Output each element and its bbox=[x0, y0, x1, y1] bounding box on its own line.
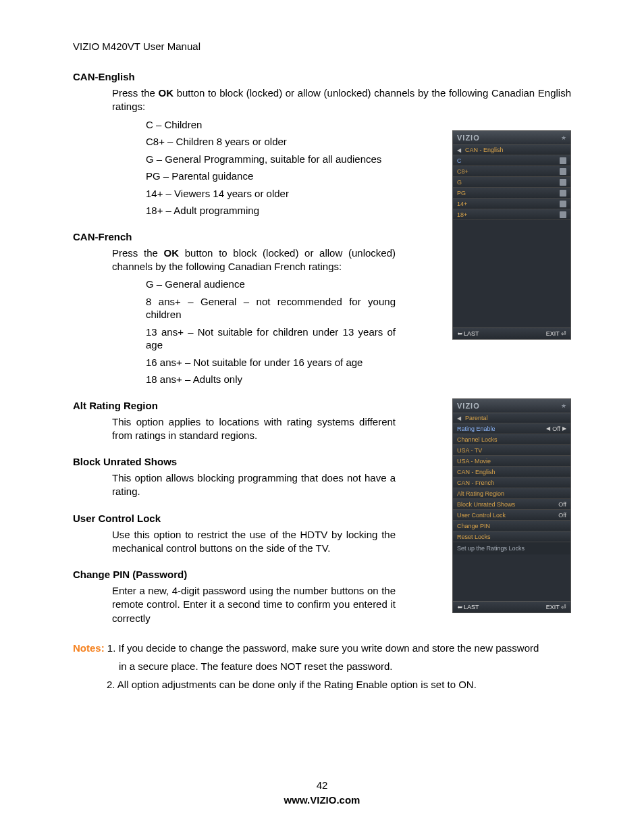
section-paragraph: This option applies to locations with ra… bbox=[112, 415, 396, 443]
star-icon: ★ bbox=[561, 134, 566, 141]
osd-exit: EXIT bbox=[546, 604, 560, 610]
osd-exit: EXIT bbox=[546, 330, 560, 337]
notes-text: 1. If you decide to change the password,… bbox=[105, 642, 539, 654]
list-item: 16 ans+ – Not suitable for under 16 year… bbox=[146, 356, 396, 369]
osd-row-label: Rating Enable bbox=[457, 425, 495, 432]
osd-row: Alt Rating Region bbox=[453, 488, 570, 499]
text: Press the bbox=[112, 87, 158, 99]
ok-label: OK bbox=[164, 247, 180, 259]
osd-parental: VIZIO ★ ◀ Parental Rating Enable◀Off▶ Ch… bbox=[452, 398, 571, 613]
osd-row-label: Reset Locks bbox=[457, 533, 491, 540]
osd-row-label: PG bbox=[457, 190, 466, 197]
osd-row-label: G bbox=[457, 179, 462, 186]
osd-body: C C8+ G PG 14+ 18+ bbox=[453, 155, 570, 220]
osd-row: USA - TV bbox=[453, 445, 570, 456]
osd-breadcrumb: ◀ Parental bbox=[453, 413, 570, 423]
osd-row-label: CAN - French bbox=[457, 479, 494, 486]
osd-row: PG bbox=[453, 188, 570, 199]
text: button to block (locked) or allow (unloc… bbox=[112, 87, 571, 112]
osd-row-label: 14+ bbox=[457, 201, 467, 207]
osd-row-label: Change PIN bbox=[457, 523, 490, 529]
osd-crumb-label: CAN - English bbox=[465, 147, 504, 153]
text: Press the bbox=[112, 247, 164, 259]
back-icon: ➥ bbox=[457, 604, 462, 610]
osd-row: G bbox=[453, 177, 570, 188]
arrow-left-icon: ◀ bbox=[546, 425, 550, 432]
lock-icon bbox=[560, 168, 566, 175]
osd-row: 14+ bbox=[453, 199, 570, 209]
list-item: 18 ans+ – Adults only bbox=[146, 373, 396, 386]
osd-row-label: Block Unrated Shows bbox=[457, 501, 515, 508]
vizio-logo: VIZIO bbox=[457, 402, 480, 410]
osd-row: Change PIN bbox=[453, 521, 570, 531]
osd-row: Rating Enable◀Off▶ bbox=[453, 423, 570, 434]
lock-icon bbox=[560, 190, 566, 197]
osd-row-value: Off bbox=[552, 425, 560, 432]
section-paragraph: Press the OK button to block (locked) or… bbox=[112, 246, 396, 274]
lock-icon bbox=[560, 179, 566, 186]
osd-row: Channel Locks bbox=[453, 434, 570, 445]
osd-row-label: C bbox=[457, 157, 462, 164]
osd-footer: ➥LAST EXIT ⏎ bbox=[453, 601, 570, 613]
osd-row-label: CAN - English bbox=[457, 469, 495, 475]
osd-breadcrumb: ◀ CAN - English bbox=[453, 145, 570, 155]
footer-url: www.VIZIO.com bbox=[0, 794, 644, 806]
osd-hint: Set up the Ratings Locks bbox=[453, 542, 570, 554]
osd-row: Reset Locks bbox=[453, 531, 570, 542]
list-item: C – Children bbox=[146, 118, 571, 132]
osd-row-value: Off bbox=[558, 512, 566, 519]
page-number: 42 bbox=[0, 779, 644, 791]
arrow-right-icon: ▶ bbox=[562, 425, 566, 432]
notes-text: in a secure place. The feature does NOT … bbox=[119, 657, 571, 675]
list-item: G – General audience bbox=[146, 278, 396, 291]
section-paragraph: This option allows blocking programming … bbox=[112, 471, 396, 499]
rating-list: G – General audience 8 ans+ – General – … bbox=[146, 278, 396, 386]
osd-titlebar: VIZIO ★ bbox=[453, 131, 570, 145]
arrow-left-icon: ◀ bbox=[457, 415, 461, 421]
osd-row: C bbox=[453, 155, 570, 166]
osd-row-label: Channel Locks bbox=[457, 436, 498, 443]
exit-icon: ⏎ bbox=[561, 604, 566, 610]
lock-icon bbox=[560, 157, 566, 164]
list-item: 13 ans+ – Not suitable for children unde… bbox=[146, 325, 396, 352]
osd-body: Rating Enable◀Off▶ Channel Locks USA - T… bbox=[453, 423, 570, 554]
osd-last: LAST bbox=[464, 330, 479, 337]
osd-titlebar: VIZIO ★ bbox=[453, 399, 570, 413]
osd-row: CAN - French bbox=[453, 477, 570, 488]
osd-row-label: 18+ bbox=[457, 211, 467, 218]
osd-row: C8+ bbox=[453, 166, 570, 177]
osd-last: LAST bbox=[464, 604, 479, 610]
section-paragraph: Use this option to restrict the use of t… bbox=[112, 528, 396, 556]
list-item: 8 ans+ – General – not recommended for y… bbox=[146, 295, 396, 321]
exit-icon: ⏎ bbox=[561, 330, 566, 337]
osd-row: 18+ bbox=[453, 209, 570, 220]
osd-row-label: Alt Rating Region bbox=[457, 490, 504, 497]
osd-can-english: VIZIO ★ ◀ CAN - English C C8+ G PG 14+ 1… bbox=[452, 130, 571, 340]
star-icon: ★ bbox=[561, 402, 566, 409]
lock-icon bbox=[560, 211, 566, 218]
osd-row: USA - Movie bbox=[453, 456, 570, 467]
osd-row-label: C8+ bbox=[457, 168, 468, 175]
osd-row-label: User Control Lock bbox=[457, 512, 506, 519]
doc-header: VIZIO M420VT User Manual bbox=[73, 41, 571, 52]
notes-text: 2. All option adjustments can be done on… bbox=[107, 675, 571, 694]
notes-block: Notes: 1. If you decide to change the pa… bbox=[73, 639, 571, 694]
osd-row-label: USA - TV bbox=[457, 447, 482, 454]
back-icon: ➥ bbox=[457, 330, 462, 337]
osd-crumb-label: Parental bbox=[465, 415, 488, 421]
osd-row-label: USA - Movie bbox=[457, 458, 491, 465]
osd-row: User Control LockOff bbox=[453, 510, 570, 521]
osd-row-value: Off bbox=[558, 501, 566, 508]
notes-label: Notes: bbox=[73, 642, 105, 654]
section-paragraph: Press the OK button to block (locked) or… bbox=[112, 86, 571, 114]
section-title: CAN-English bbox=[73, 71, 571, 82]
ok-label: OK bbox=[158, 87, 173, 99]
lock-icon bbox=[560, 201, 566, 207]
vizio-logo: VIZIO bbox=[457, 134, 480, 142]
osd-row: Block Unrated ShowsOff bbox=[453, 499, 570, 510]
osd-row: CAN - English bbox=[453, 467, 570, 477]
section-paragraph: Enter a new, 4-digit password using the … bbox=[112, 584, 396, 625]
osd-footer: ➥LAST EXIT ⏎ bbox=[453, 328, 570, 339]
arrow-left-icon: ◀ bbox=[457, 147, 461, 153]
